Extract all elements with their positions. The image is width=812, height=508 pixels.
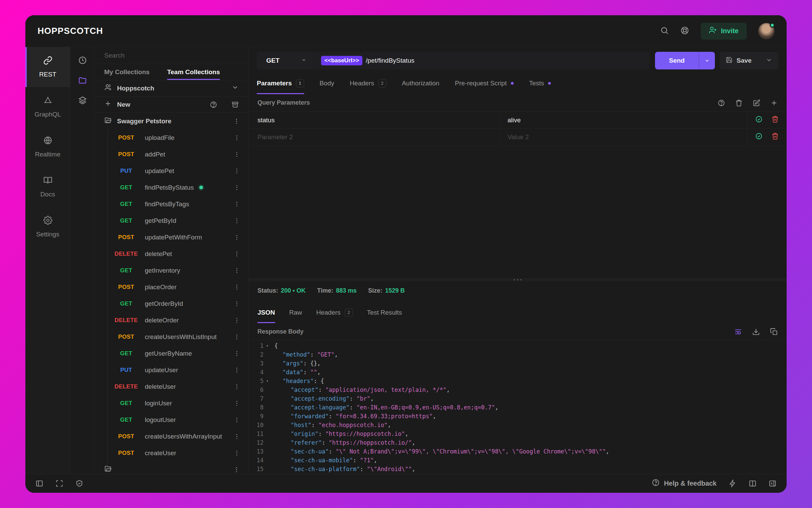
help-feedback-button[interactable]: Help & feedback — [652, 479, 717, 488]
tab-my-collections[interactable]: My Collections — [104, 64, 150, 80]
request-list-item[interactable]: GET loginUser — [95, 395, 248, 411]
sidebar-item-realtime[interactable]: Realtime — [25, 127, 70, 167]
more-options-icon[interactable] — [233, 234, 240, 241]
method-select[interactable]: GET — [257, 52, 314, 69]
more-options-icon[interactable] — [233, 284, 240, 291]
more-options-icon[interactable] — [233, 383, 240, 390]
download-icon[interactable] — [752, 328, 760, 336]
edit-bulk-icon[interactable] — [753, 99, 760, 107]
more-options-icon[interactable] — [233, 251, 240, 257]
tab-raw[interactable]: Raw — [289, 302, 302, 323]
expand-icon[interactable] — [55, 480, 63, 487]
tab-test-results[interactable]: Test Results — [367, 302, 402, 323]
collection-folder-partial[interactable] — [95, 461, 248, 474]
request-list-item[interactable]: POST createUser — [95, 445, 248, 461]
more-options-icon[interactable] — [233, 300, 240, 307]
help-circle-icon[interactable] — [718, 99, 725, 107]
collections-search[interactable]: Search — [95, 47, 248, 64]
send-options-caret[interactable] — [699, 52, 715, 69]
request-list-item[interactable]: POST addPet — [95, 146, 248, 163]
request-list-item[interactable]: POST uploadFile — [95, 129, 248, 146]
plus-icon[interactable] — [104, 100, 112, 109]
wrap-lines-icon[interactable] — [734, 328, 742, 336]
more-options-icon[interactable] — [233, 151, 240, 158]
tab-parameters[interactable]: Parameters 1 — [257, 72, 304, 94]
tab-authorization[interactable]: Authorization — [402, 72, 439, 94]
more-options-icon[interactable] — [233, 267, 240, 274]
tab-body[interactable]: Body — [320, 72, 334, 94]
request-list-item[interactable]: GET getPetById — [95, 212, 248, 229]
sidebar-item-graphql[interactable]: GraphQL — [25, 87, 70, 127]
columns-layout-icon[interactable] — [749, 480, 757, 487]
collapse-right-panel-icon[interactable] — [769, 480, 776, 487]
request-list-item[interactable]: POST placeOrder — [95, 279, 248, 295]
fold-icon[interactable]: ▾ — [266, 343, 268, 348]
more-options-icon[interactable] — [233, 134, 240, 141]
parameter-key-input[interactable]: Parameter 2 — [249, 129, 500, 145]
request-list-item[interactable]: DELETE deletePet — [95, 246, 248, 262]
parameter-value-input[interactable]: alive — [500, 112, 747, 128]
request-list-item[interactable]: PUT updateUser — [95, 362, 248, 378]
new-collection-label[interactable]: New — [117, 101, 130, 108]
parameter-key-input[interactable]: status — [249, 112, 500, 128]
toggle-sidebar-icon[interactable] — [36, 480, 43, 487]
request-list-item[interactable]: DELETE deleteOrder — [95, 312, 248, 329]
team-selector[interactable]: Hoppscotch — [95, 80, 248, 97]
more-options-icon[interactable] — [233, 466, 240, 473]
response-body-editor[interactable]: 1 ▾ { 2 "method": "GET", 3 "args": {}, — [249, 340, 787, 474]
request-list-item[interactable]: POST createUsersWithListInput — [95, 329, 248, 345]
request-list-item[interactable]: GET logoutUser — [95, 411, 248, 428]
shield-check-icon[interactable] — [75, 480, 83, 487]
more-options-icon[interactable] — [233, 217, 240, 224]
more-options-icon[interactable] — [233, 118, 240, 125]
toggle-parameter-icon[interactable] — [755, 115, 763, 125]
parameter-value-input[interactable]: Value 2 — [500, 129, 747, 145]
invite-button[interactable]: Invite — [701, 23, 747, 40]
url-input[interactable]: <<baseUrl>> /pet/findByStatus — [314, 52, 650, 69]
collections-tab-button[interactable] — [78, 76, 87, 86]
support-button[interactable] — [680, 26, 689, 36]
environments-tab-button[interactable] — [78, 96, 87, 106]
tab-headers[interactable]: Headers 2 — [350, 72, 386, 94]
request-list-item[interactable]: POST createUsersWithArrayInput — [95, 428, 248, 445]
sidebar-item-rest[interactable]: REST — [25, 47, 70, 87]
archive-icon[interactable] — [231, 101, 239, 108]
more-options-icon[interactable] — [233, 367, 240, 374]
more-options-icon[interactable] — [233, 400, 240, 407]
more-options-icon[interactable] — [233, 334, 240, 340]
more-options-icon[interactable] — [233, 317, 240, 324]
request-list-item[interactable]: PUT updatePet — [95, 163, 248, 179]
clear-all-icon[interactable] — [735, 99, 743, 107]
help-circle-icon[interactable] — [210, 101, 217, 108]
shortcuts-icon[interactable] — [729, 480, 737, 487]
pane-resize-handle[interactable] — [249, 278, 787, 281]
copy-icon[interactable] — [770, 328, 778, 336]
request-list-item[interactable]: DELETE deleteUser — [95, 378, 248, 395]
tab-team-collections[interactable]: Team Collections — [167, 64, 220, 80]
add-parameter-icon[interactable] — [770, 99, 778, 107]
toggle-parameter-icon[interactable] — [755, 132, 763, 142]
request-list-item[interactable]: GET getOrderById — [95, 295, 248, 312]
fold-icon[interactable]: ▾ — [266, 379, 268, 383]
collection-folder[interactable]: Swagger Petstore — [95, 113, 248, 129]
sidebar-item-settings[interactable]: Settings — [25, 207, 70, 247]
user-avatar[interactable] — [758, 23, 774, 39]
request-list-item[interactable]: GET findPetsByStatus — [95, 179, 248, 196]
global-search-button[interactable] — [660, 26, 669, 36]
more-options-icon[interactable] — [233, 450, 240, 457]
more-options-icon[interactable] — [233, 350, 240, 357]
more-options-icon[interactable] — [233, 184, 240, 191]
tab-tests[interactable]: Tests — [529, 72, 551, 94]
tab-response-headers[interactable]: Headers 2 — [316, 302, 353, 323]
request-list-item[interactable]: GET getInventory — [95, 262, 248, 279]
more-options-icon[interactable] — [233, 201, 240, 208]
send-button[interactable]: Send — [655, 52, 715, 69]
more-options-icon[interactable] — [233, 168, 240, 174]
delete-parameter-icon[interactable] — [771, 115, 779, 125]
request-list-item[interactable]: POST updatePetWithForm — [95, 229, 248, 246]
request-list-item[interactable]: GET findPetsByTags — [95, 196, 248, 212]
more-options-icon[interactable] — [233, 433, 240, 440]
history-tab-button[interactable] — [78, 56, 87, 66]
tab-json[interactable]: JSON — [257, 302, 275, 323]
more-options-icon[interactable] — [233, 417, 240, 423]
